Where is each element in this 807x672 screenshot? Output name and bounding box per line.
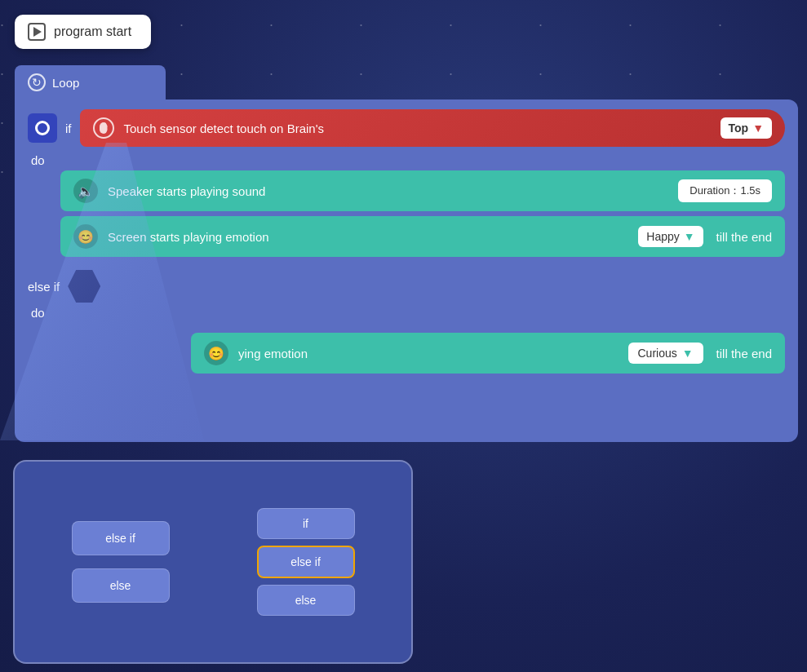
curious-row: 😊 ying emotion Curious ▼ till the end xyxy=(191,333,785,374)
till-end-label: till the end xyxy=(716,230,772,244)
popup-panel: else if else if else if else xyxy=(13,460,413,664)
workspace: program start Loop if xyxy=(0,0,807,672)
else-if-label: else if xyxy=(28,280,60,294)
curious-arrow-icon: ▼ xyxy=(682,347,694,360)
loop-block[interactable]: Loop xyxy=(15,65,166,99)
top-dropdown[interactable]: Top ▼ xyxy=(721,117,772,139)
touch-sensor-block[interactable]: Touch sensor detect touch on Brain's Top… xyxy=(80,109,786,147)
dropdown-arrow-icon: ▼ xyxy=(752,122,764,135)
popup-else-block[interactable]: else xyxy=(72,568,170,603)
popup-else-if-selected-block[interactable]: else if xyxy=(257,546,355,578)
curious-emotion-block[interactable]: 😊 ying emotion Curious ▼ till the end xyxy=(191,333,785,374)
else-if-row: else if xyxy=(28,270,785,303)
touch-sensor-icon xyxy=(93,117,114,139)
screen-emotion-block[interactable]: 😊 Screen starts playing emotion Happy ▼ … xyxy=(60,216,785,257)
speaker-icon-wrap: 🔈 xyxy=(73,179,98,203)
curious-icon-wrap: 😊 xyxy=(204,341,228,365)
popup-if-block[interactable]: if xyxy=(257,508,355,539)
emotion-icon-wrap: 😊 xyxy=(73,224,98,249)
sensor-circle-icon xyxy=(35,121,50,135)
popup-else-if-block[interactable]: else if xyxy=(72,521,170,555)
duration-badge: Duration：1.5s xyxy=(678,179,772,202)
outer-container: if Touch sensor detect touch on Brain's … xyxy=(15,99,798,442)
program-start-block[interactable]: program start xyxy=(15,15,151,49)
speaker-text: Speaker starts playing sound xyxy=(108,184,668,198)
curious-till-end: till the end xyxy=(716,347,772,360)
play-icon xyxy=(28,23,46,41)
happy-label: Happy xyxy=(646,230,679,243)
speaker-block[interactable]: 🔈 Speaker starts playing sound Duration：… xyxy=(60,170,785,211)
if-sensor-button[interactable] xyxy=(28,113,57,143)
popup-else2-block[interactable]: else xyxy=(257,585,355,616)
top-dropdown-label: Top xyxy=(729,122,749,135)
happy-arrow-icon: ▼ xyxy=(684,230,695,243)
main-block: Loop if Touch sensor detect touch on Bra… xyxy=(15,65,798,442)
do-label: do xyxy=(28,153,785,167)
curious-dropdown[interactable]: Curious ▼ xyxy=(628,343,703,364)
do2-label: do xyxy=(28,306,785,320)
if-row: if Touch sensor detect touch on Brain's … xyxy=(28,109,785,147)
hex-shape-icon xyxy=(68,270,100,303)
curious-text: ying emotion xyxy=(238,347,619,360)
loop-label: Loop xyxy=(52,76,79,90)
curious-emotion-icon: 😊 xyxy=(208,346,224,361)
if-label: if xyxy=(65,122,72,135)
emotion-icon: 😊 xyxy=(78,229,94,245)
program-start-label: program start xyxy=(54,24,131,39)
happy-dropdown[interactable]: Happy ▼ xyxy=(638,226,703,247)
popup-right-column: if else if else xyxy=(257,508,355,616)
curious-label: Curious xyxy=(638,347,677,360)
loop-icon xyxy=(28,73,46,91)
emotion-text: Screen starts playing emotion xyxy=(108,230,628,244)
speaker-icon: 🔈 xyxy=(78,183,94,199)
sensor-text: Touch sensor detect touch on Brain's xyxy=(124,122,711,135)
popup-left-column: else if else xyxy=(72,521,170,603)
